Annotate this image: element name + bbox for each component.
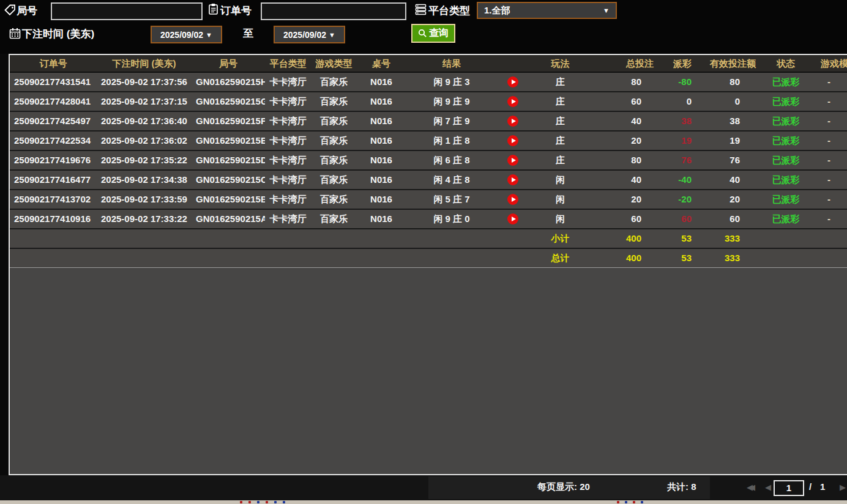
header-result: 结果 bbox=[406, 55, 498, 72]
cell-status: 已派彩 bbox=[761, 210, 811, 228]
bet-records-window: 局号 订单号 平台类型 1.全部 ▼ 下注时间 (美东) 2025/09/02 … bbox=[0, 0, 847, 504]
play-circle-icon[interactable] bbox=[507, 174, 518, 185]
cell-round-id: GN0162590215C bbox=[192, 171, 265, 189]
cell-game-type: 百家乐 bbox=[311, 112, 357, 130]
date-from-picker[interactable]: 2025/09/02 ▼ bbox=[151, 26, 222, 43]
header-replay bbox=[498, 55, 528, 72]
cell-order-id: 250902177425497 bbox=[10, 112, 97, 130]
cell-total-bet: 80 bbox=[592, 73, 659, 91]
cell-valid-bet: 80 bbox=[696, 73, 761, 91]
header-order-id: 订单号 bbox=[10, 55, 97, 72]
cell-game-type: 百家乐 bbox=[311, 73, 357, 91]
platform-type-selected-value: 1.全部 bbox=[478, 5, 603, 17]
play-circle-icon[interactable] bbox=[507, 155, 518, 166]
cell-payout: 76 bbox=[659, 151, 696, 169]
cell-table-no: N016 bbox=[357, 151, 406, 169]
cell-bet-time: 2025-09-02 17:36:40 bbox=[97, 112, 192, 130]
table-row: 250902177419676 2025-09-02 17:35:22 GN01… bbox=[10, 151, 847, 171]
cell-replay bbox=[498, 73, 528, 91]
cell-status: 已派彩 bbox=[761, 190, 811, 209]
cell-table-no: N016 bbox=[357, 73, 406, 91]
cell-order-id: 250902177419676 bbox=[10, 151, 97, 169]
cell-valid-bet: 0 bbox=[696, 92, 761, 111]
header-valid-bet: 有效投注额 bbox=[696, 55, 761, 72]
cell-status: 已派彩 bbox=[761, 151, 811, 169]
total-label: 总计 bbox=[528, 249, 592, 267]
cell-replay bbox=[498, 151, 528, 169]
cell-result: 闲 9 庄 9 bbox=[406, 92, 498, 111]
next-page-button[interactable]: ▶ bbox=[840, 483, 846, 492]
cell-order-id: 250902177410916 bbox=[10, 210, 97, 228]
cell-replay bbox=[498, 171, 528, 189]
play-circle-icon[interactable] bbox=[507, 96, 518, 107]
header-wager: 玩法 bbox=[528, 55, 592, 72]
cell-round-id: GN0162590215E bbox=[192, 132, 265, 150]
cell-result: 闲 9 庄 0 bbox=[406, 210, 498, 228]
query-button[interactable]: 查询 bbox=[411, 24, 455, 43]
header-status: 状态 bbox=[761, 55, 811, 72]
cell-game-mode: - bbox=[811, 73, 847, 91]
cell-game-mode: - bbox=[811, 92, 847, 111]
total-payout: 53 bbox=[659, 249, 696, 267]
cell-game-mode: - bbox=[811, 210, 847, 228]
cell-table-no: N016 bbox=[357, 171, 406, 189]
header-game-type: 游戏类型 bbox=[311, 55, 357, 72]
cell-replay bbox=[498, 210, 528, 228]
cell-payout: -40 bbox=[659, 171, 696, 189]
first-page-button[interactable]: ◀◀ bbox=[747, 483, 755, 492]
cell-platform: 卡卡湾厅 bbox=[265, 190, 311, 209]
date-to-picker[interactable]: 2025/09/02 ▼ bbox=[274, 26, 345, 43]
server-stack-icon bbox=[415, 4, 427, 15]
cell-platform: 卡卡湾厅 bbox=[265, 112, 311, 130]
cell-game-mode: - bbox=[811, 132, 847, 150]
play-circle-icon[interactable] bbox=[507, 76, 518, 87]
header-payout: 派彩 bbox=[659, 55, 696, 72]
round-number-input[interactable] bbox=[51, 2, 203, 20]
page-separator: / bbox=[809, 481, 812, 492]
cell-platform: 卡卡湾厅 bbox=[265, 73, 311, 91]
cell-valid-bet: 38 bbox=[696, 112, 761, 130]
cell-valid-bet: 40 bbox=[696, 171, 761, 189]
cell-game-type: 百家乐 bbox=[311, 171, 357, 189]
table-row: 250902177416477 2025-09-02 17:34:38 GN01… bbox=[10, 171, 847, 190]
cell-wager: 闲 bbox=[528, 210, 592, 228]
order-number-input[interactable] bbox=[261, 2, 406, 20]
cell-bet-time: 2025-09-02 17:34:38 bbox=[97, 171, 192, 189]
cell-game-type: 百家乐 bbox=[311, 210, 357, 228]
platform-type-select[interactable]: 1.全部 ▼ bbox=[477, 2, 617, 19]
cell-wager: 庄 bbox=[528, 151, 592, 169]
table-empty-area bbox=[10, 268, 847, 474]
play-circle-icon[interactable] bbox=[507, 194, 518, 205]
cell-result: 闲 4 庄 8 bbox=[406, 171, 498, 189]
table-row: 250902177431541 2025-09-02 17:37:56 GN01… bbox=[10, 73, 847, 92]
chevron-down-icon: ▼ bbox=[603, 7, 616, 14]
subtotal-total-bet: 400 bbox=[592, 229, 659, 248]
cell-table-no: N016 bbox=[357, 92, 406, 111]
cell-round-id: GN0162590215A bbox=[192, 210, 265, 228]
play-circle-icon[interactable] bbox=[507, 116, 518, 127]
prev-page-button[interactable]: ◀ bbox=[765, 483, 771, 492]
cell-bet-time: 2025-09-02 17:33:59 bbox=[97, 190, 192, 209]
subtotal-label: 小计 bbox=[528, 229, 592, 248]
tag-icon bbox=[4, 4, 16, 16]
header-table-no: 桌号 bbox=[357, 55, 406, 72]
platform-type-label: 平台类型 bbox=[428, 4, 470, 18]
cell-wager: 庄 bbox=[528, 92, 592, 111]
cell-round-id: GN0162590215D bbox=[192, 151, 265, 169]
header-round-id: 局号 bbox=[192, 55, 265, 72]
page-number-input[interactable]: 1 bbox=[774, 480, 804, 496]
play-circle-icon[interactable] bbox=[507, 135, 518, 146]
header-total-bet: 总投注 bbox=[592, 55, 659, 72]
cell-bet-time: 2025-09-02 17:37:56 bbox=[97, 73, 192, 91]
cell-bet-time: 2025-09-02 17:35:22 bbox=[97, 151, 192, 169]
cell-payout: 60 bbox=[659, 210, 696, 228]
cell-round-id: GN0162590215F bbox=[192, 112, 265, 130]
cell-game-mode: - bbox=[811, 112, 847, 130]
cell-game-mode: - bbox=[811, 151, 847, 169]
pagination-bar: 每页显示: 20 共计: 8 ◀◀ ◀ 1 / 1 ▶ bbox=[0, 475, 847, 500]
bet-time-label: 下注时间 (美东) bbox=[22, 27, 94, 41]
play-circle-icon[interactable] bbox=[507, 213, 518, 224]
total-total-bet: 400 bbox=[592, 249, 659, 267]
cell-game-type: 百家乐 bbox=[311, 132, 357, 150]
cell-table-no: N016 bbox=[357, 190, 406, 209]
